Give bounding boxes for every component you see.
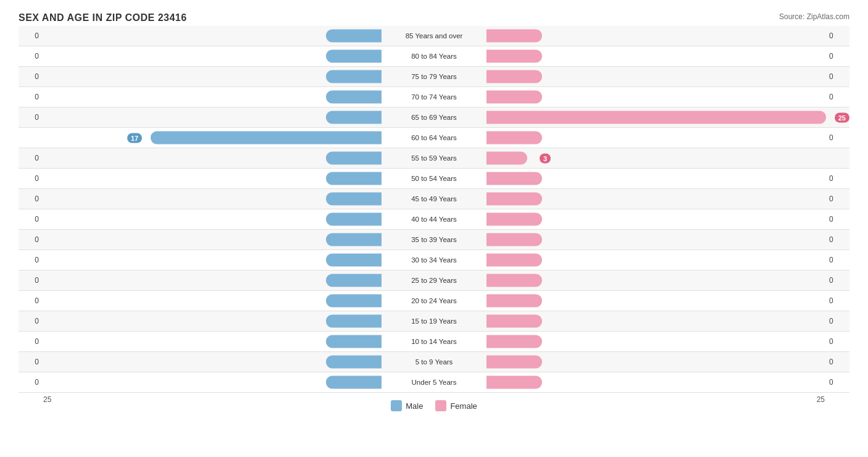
chart-container: SEX AND AGE IN ZIP CODE 23416 Source: Zi…	[0, 0, 868, 457]
male-bar-area	[42, 352, 382, 372]
table-row: 010 to 14 Years0	[19, 332, 849, 352]
age-group-label: 75 to 79 Years	[382, 73, 486, 80]
male-value-label: 0	[19, 317, 42, 325]
female-value-label: 0	[826, 296, 849, 305]
male-value-label: 0	[19, 195, 42, 203]
age-group-label: 80 to 84 Years	[382, 52, 486, 60]
male-value-label: 0	[19, 256, 42, 264]
female-bar-stub	[486, 91, 542, 104]
male-label: Male	[406, 401, 423, 411]
table-row: 085 Years and over0	[19, 26, 849, 46]
male-bar-stub	[326, 315, 382, 328]
legend-male: Male	[391, 400, 423, 411]
female-bar-area	[486, 169, 826, 188]
age-group-label: Under 5 Years	[382, 379, 486, 386]
table-row: 020 to 24 Years0	[19, 291, 849, 311]
table-row: 050 to 54 Years0	[19, 169, 849, 189]
table-row: 040 to 44 Years0	[19, 209, 849, 230]
male-bar-stub	[326, 254, 382, 267]
age-group-label: 85 Years and over	[382, 32, 486, 40]
male-bar-stub	[326, 213, 382, 226]
male-bar-area: 17	[42, 128, 382, 148]
male-bar-stub	[326, 274, 382, 287]
table-row: 075 to 79 Years0	[19, 67, 849, 87]
male-value-label: 0	[19, 378, 42, 387]
female-swatch	[435, 400, 446, 411]
rows-container: 085 Years and over0080 to 84 Years0075 t…	[19, 26, 849, 393]
female-value-label: 0	[826, 52, 849, 61]
bottom-left-label: 25	[43, 395, 51, 411]
female-bar-stub	[486, 315, 542, 328]
female-bar-stub	[486, 213, 542, 226]
age-group-label: 40 to 44 Years	[382, 216, 486, 223]
table-row: 015 to 19 Years0	[19, 311, 849, 332]
female-bar-stub	[486, 30, 542, 43]
female-bar-area	[486, 270, 826, 290]
female-bar-area: 3	[486, 148, 826, 168]
table-row: 025 to 29 Years0	[19, 270, 849, 291]
age-group-label: 25 to 29 Years	[382, 277, 486, 284]
female-bar-stub	[486, 233, 542, 246]
age-group-label: 20 to 24 Years	[382, 297, 486, 304]
female-badge: 25	[835, 112, 849, 122]
male-bar-stub	[326, 91, 382, 104]
age-group-label: 10 to 14 Years	[382, 338, 486, 345]
male-value-label: 0	[19, 358, 42, 366]
table-row: 035 to 39 Years0	[19, 230, 849, 250]
male-value-label: 0	[19, 235, 42, 244]
female-value-label: 0	[826, 72, 849, 81]
female-bar-area	[486, 87, 826, 107]
female-value-label: 0	[826, 93, 849, 101]
female-value-label: 0	[826, 235, 849, 244]
male-value-label: 0	[19, 113, 42, 122]
female-bar-area	[486, 332, 826, 351]
female-label: Female	[450, 401, 477, 411]
table-row: 080 to 84 Years0	[19, 46, 849, 67]
age-group-label: 60 to 64 Years	[382, 134, 486, 141]
table-row: 1760 to 64 Years0	[19, 128, 849, 148]
male-badge: 17	[127, 133, 142, 143]
table-row: 065 to 69 Years25	[19, 107, 849, 128]
male-bar-area	[42, 250, 382, 270]
table-row: 070 to 74 Years0	[19, 87, 849, 107]
female-bar-area	[486, 128, 826, 148]
male-value-label: 0	[19, 93, 42, 101]
table-row: 0Under 5 Years0	[19, 372, 849, 393]
bottom-right-label: 25	[817, 395, 825, 411]
age-group-label: 55 to 59 Years	[382, 154, 486, 162]
female-value-label: 0	[826, 317, 849, 325]
female-bar-stub	[486, 356, 542, 369]
female-bar-area	[486, 67, 826, 86]
male-value-label: 0	[19, 174, 42, 183]
table-row: 045 to 49 Years0	[19, 189, 849, 209]
female-bar: 3	[486, 152, 527, 165]
female-badge: 3	[540, 153, 551, 163]
male-bar-area	[42, 270, 382, 290]
male-bar-stub	[326, 152, 382, 165]
female-bar-stub	[486, 50, 542, 63]
female-bar-area	[486, 291, 826, 311]
female-bar-stub	[486, 274, 542, 287]
chart-title: SEX AND AGE IN ZIP CODE 23416	[19, 12, 849, 23]
age-group-label: 35 to 39 Years	[382, 236, 486, 243]
female-bar-area	[486, 352, 826, 372]
age-group-label: 45 to 49 Years	[382, 195, 486, 203]
female-bar-stub	[486, 295, 542, 308]
female-value-label: 0	[826, 174, 849, 183]
female-bar-area	[486, 46, 826, 66]
female-bar-stub	[486, 254, 542, 267]
male-bar-stub	[326, 193, 382, 206]
male-bar-stub	[326, 233, 382, 246]
male-bar-area	[42, 67, 382, 86]
legend: Male Female	[391, 400, 477, 411]
female-value-label: 0	[826, 276, 849, 285]
male-bar-area	[42, 372, 382, 392]
male-value-label: 0	[19, 215, 42, 224]
male-value-label: 0	[19, 31, 42, 40]
male-bar-area	[42, 230, 382, 249]
female-bar-area	[486, 230, 826, 249]
age-group-label: 65 to 69 Years	[382, 114, 486, 121]
male-bar-area	[42, 169, 382, 188]
source-text: Source: ZipAtlas.com	[779, 12, 849, 21]
male-bar-stub	[326, 70, 382, 83]
